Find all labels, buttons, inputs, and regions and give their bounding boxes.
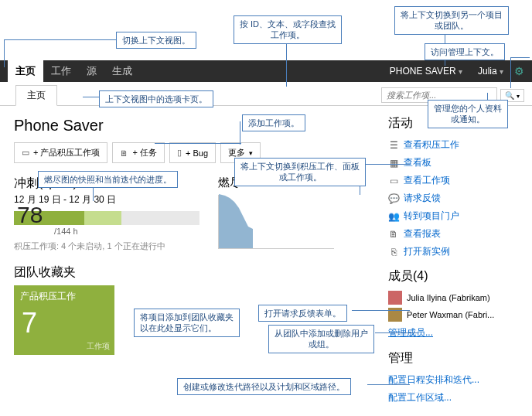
chevron-down-icon: ▾ <box>517 93 520 100</box>
burndown-chart[interactable] <box>218 195 334 249</box>
list-icon: ☰ <box>388 140 399 151</box>
tile-number: 7 <box>22 307 37 339</box>
topbar-right: PHONE SAVER ▾ Julia ▾ ⚙ <box>385 63 524 80</box>
nav-home[interactable]: 主页 <box>8 60 43 83</box>
member-row: Peter Waxman (Fabri... <box>388 306 521 323</box>
callout-feedback-form: 打开请求反馈表单。 <box>258 305 347 322</box>
sprint-status: 积压工作项: 4 个未启动, 1 个正在进行中 <box>14 240 200 252</box>
callout-profile: 管理您的个人资料 或通知。 <box>428 100 508 128</box>
member-name: Julia Ilyina (Fabrikam) <box>407 293 490 302</box>
callout-manage-members: 从团队中添加或删除用户 或组。 <box>268 325 374 353</box>
link-view-backlog[interactable]: 查看积压工作 <box>404 138 459 152</box>
team-favorites-title: 团队收藏夹 <box>14 264 382 281</box>
member-name: Peter Waxman (Fabri... <box>407 310 494 319</box>
chevron-down-icon: ▾ <box>249 149 253 157</box>
chevron-down-icon: ▾ <box>459 67 462 76</box>
bug-icon: ▯ <box>177 148 182 158</box>
admin-links: 配置日程安排和迭代... 配置工作区域... <box>388 371 521 407</box>
admin-heading: 管理 <box>388 350 521 367</box>
callout-add-workitem: 添加工作项。 <box>242 114 305 131</box>
favorite-tile[interactable]: 产品积压工作 7 工作项 <box>14 285 114 355</box>
nav-build[interactable]: 生成 <box>104 60 140 83</box>
add-backlog-button[interactable]: ▭+ 产品积压工作项 <box>14 142 107 163</box>
nav-work[interactable]: 工作 <box>43 60 79 83</box>
callout-switch-project: 将上下文切换到另一个项目 或团队。 <box>394 6 509 35</box>
chevron-down-icon: ▾ <box>500 67 503 76</box>
report-icon: 🗎 <box>388 229 399 240</box>
members-heading: 成员(4) <box>388 268 521 285</box>
tile-subtitle: 工作项 <box>87 341 110 352</box>
link-new-instance[interactable]: 打开新实例 <box>404 245 450 258</box>
link-reports[interactable]: 查看报表 <box>404 227 441 240</box>
callout-admin-context: 访问管理上下文。 <box>425 43 505 60</box>
avatar <box>388 291 402 305</box>
link-config-area[interactable]: 配置工作区域... <box>388 391 452 404</box>
link-view-workitems[interactable]: 查看工作项 <box>404 174 450 187</box>
callout-team-fav: 将项目添加到团队收藏夹 以在此处显示它们。 <box>134 309 240 337</box>
callout-search-workitems: 按 ID、文本、或字段查找 工作项。 <box>234 15 342 44</box>
add-task-button[interactable]: 🗎+ 任务 <box>112 142 164 163</box>
burndown-panel: 燃尽 <box>218 176 382 252</box>
feedback-icon: 💬 <box>388 193 399 204</box>
callout-burndown-progress: 燃尽图的快照和当前迭代的进度。 <box>38 171 178 188</box>
member-row: Julia Ilyina (Fabrikam) <box>388 289 521 306</box>
link-request-feedback[interactable]: 请求反馈 <box>404 192 441 205</box>
link-portal[interactable]: 转到项目门户 <box>404 210 459 223</box>
callout-tab-page: 上下文视图中的选项卡页。 <box>99 90 213 107</box>
add-bug-button[interactable]: ▯+ Bug <box>169 142 216 163</box>
tile-title: 产品积压工作 <box>20 290 108 303</box>
right-column: 活动 ☰查看积压工作 ▦查看板 ▭查看工作项 💬请求反馈 👥转到项目门户 🗎查看… <box>382 112 521 407</box>
page-title: Phone Saver <box>14 117 382 135</box>
portal-icon: 👥 <box>388 211 399 222</box>
left-column: Phone Saver ▭+ 产品积压工作项 🗎+ 任务 ▯+ Bug 更多 ▾… <box>14 112 382 407</box>
topbar: 主页 工作 源 生成 PHONE SAVER ▾ Julia ▾ ⚙ <box>0 60 532 82</box>
task-icon: 🗎 <box>120 148 128 158</box>
svg-marker-0 <box>219 194 253 248</box>
sprint-hours-done: 78 <box>17 202 43 228</box>
callout-switch-backlog: 将上下文切换到积压工作、面板 或工作项。 <box>234 158 366 186</box>
backlog-icon: ▭ <box>22 148 29 158</box>
gear-icon[interactable]: ⚙ <box>514 65 524 77</box>
project-switcher[interactable]: PHONE SAVER ▾ <box>385 63 467 80</box>
tab-home[interactable]: 主页 <box>15 85 57 106</box>
new-icon: ⎘ <box>388 247 399 257</box>
link-view-board[interactable]: 查看板 <box>404 156 431 169</box>
user-menu[interactable]: Julia ▾ <box>473 63 508 80</box>
nav-source[interactable]: 源 <box>79 60 104 83</box>
workitem-icon: ▭ <box>388 176 399 186</box>
sprint-progress-bar: 78 /144 h <box>14 211 200 225</box>
sprint-hours-total: /144 h <box>54 227 78 236</box>
callout-context-view: 切换上下文视图。 <box>116 32 196 49</box>
top-nav: 主页 工作 源 生成 <box>8 60 140 83</box>
main-content: Phone Saver ▭+ 产品积压工作项 🗎+ 任务 ▯+ Bug 更多 ▾… <box>0 106 532 407</box>
board-icon: ▦ <box>388 158 399 169</box>
burndown-area-icon <box>219 194 335 248</box>
activity-links: ☰查看积压工作 ▦查看板 ▭查看工作项 💬请求反馈 👥转到项目门户 🗎查看报表 … <box>388 136 521 261</box>
callout-config-paths: 创建或修改迭代路径以及计划和区域路径。 <box>177 378 351 395</box>
